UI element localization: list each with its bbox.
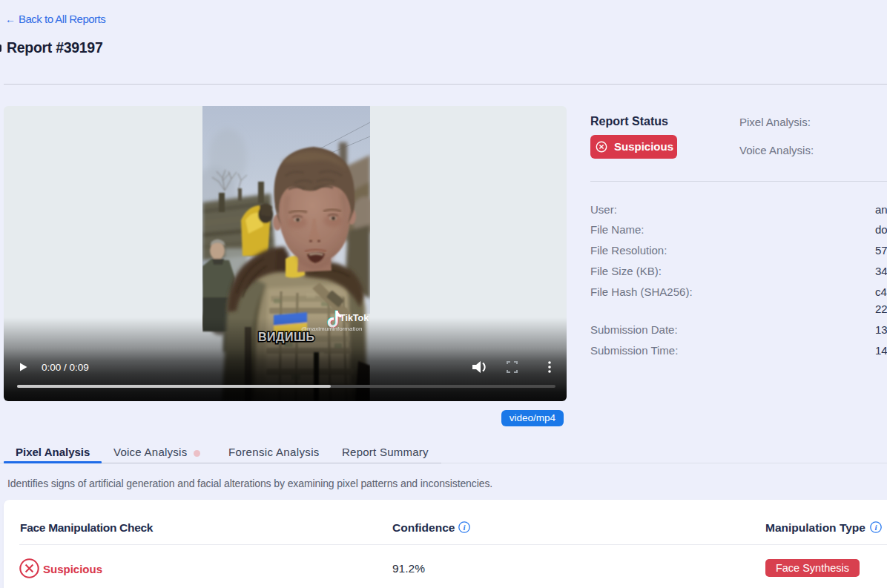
svg-text:i: i bbox=[463, 523, 466, 532]
svg-text:0:00 / 0:09: 0:00 / 0:09 bbox=[42, 362, 89, 373]
svg-text:i: i bbox=[874, 523, 877, 532]
